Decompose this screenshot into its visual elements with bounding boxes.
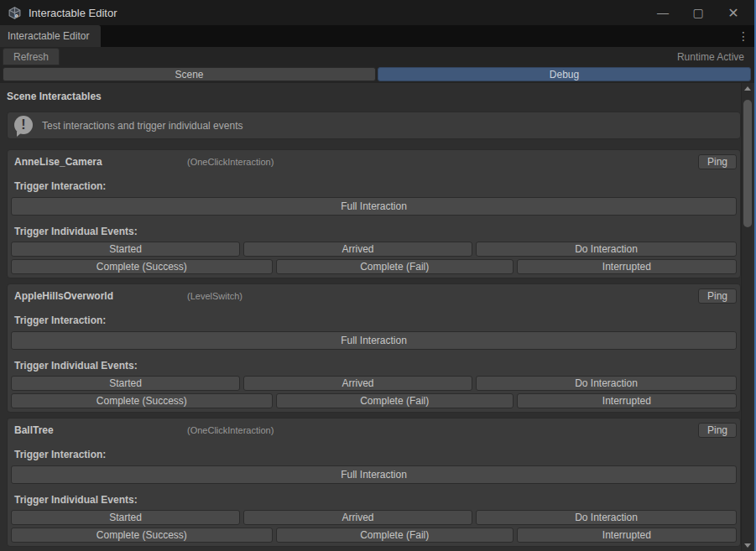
started-button[interactable]: Started — [11, 376, 240, 391]
tab-interactable-editor[interactable]: Interactable Editor — [0, 25, 101, 47]
interactable-section: BallTree (OneClickInteraction) Ping Trig… — [7, 418, 741, 547]
arrived-button[interactable]: Arrived — [243, 242, 472, 257]
trigger-interaction-label: Trigger Interaction: — [14, 180, 737, 192]
toolbar: Refresh Runtime Active — [0, 47, 754, 66]
trigger-interaction-label: Trigger Interaction: — [14, 449, 737, 460]
info-bubble-icon: ! — [14, 116, 34, 136]
unity-logo-icon: ❶ — [8, 6, 22, 20]
interactable-section: AnneLise_Camera (OneClickInteraction) Pi… — [7, 149, 741, 278]
interactable-editor-window: { "window": { "title": "Interactable Edi… — [0, 0, 756, 551]
trigger-individual-events-label: Trigger Individual Events: — [14, 226, 737, 237]
panel-heading: Scene Interactables — [7, 91, 742, 102]
full-interaction-button[interactable]: Full Interaction — [11, 197, 737, 216]
started-button[interactable]: Started — [11, 242, 240, 257]
interactable-type: (OneClickInteraction) — [187, 157, 274, 167]
interrupted-button[interactable]: Interrupted — [517, 259, 737, 274]
full-interaction-button[interactable]: Full Interaction — [11, 331, 737, 350]
interactable-type: (LevelSwitch) — [187, 291, 242, 301]
do-interaction-button[interactable]: Do Interaction — [476, 376, 737, 391]
runtime-active-label: Runtime Active — [677, 51, 744, 63]
trigger-individual-events-label: Trigger Individual Events: — [14, 360, 737, 372]
info-box: ! Test interactions and trigger individu… — [7, 112, 741, 139]
interactable-section: AppleHillsOverworld (LevelSwitch) Ping T… — [7, 283, 741, 413]
complete-fail-button[interactable]: Complete (Fail) — [276, 528, 514, 543]
trigger-individual-events-label: Trigger Individual Events: — [14, 494, 737, 506]
scroll-down-icon[interactable] — [742, 540, 753, 551]
window-title: Interactable Editor — [29, 7, 117, 19]
window-controls: — ▢ ✕ — [645, 0, 754, 25]
refresh-button[interactable]: Refresh — [3, 48, 60, 65]
ping-button[interactable]: Ping — [698, 288, 737, 304]
do-interaction-button[interactable]: Do Interaction — [476, 242, 737, 257]
complete-success-button[interactable]: Complete (Success) — [11, 259, 273, 274]
close-button[interactable]: ✕ — [716, 0, 751, 25]
interrupted-button[interactable]: Interrupted — [517, 393, 737, 408]
tab-menu-icon[interactable]: ⋮ — [733, 25, 754, 47]
interactable-name: AppleHillsOverworld — [14, 290, 187, 302]
arrived-button[interactable]: Arrived — [243, 510, 472, 525]
ping-button[interactable]: Ping — [698, 154, 737, 169]
scrollbar-track[interactable] — [742, 94, 753, 540]
ping-button[interactable]: Ping — [698, 423, 737, 438]
view-toggle: Scene Debug — [0, 66, 754, 83]
vertical-scrollbar[interactable] — [741, 83, 753, 551]
maximize-button[interactable]: ▢ — [680, 0, 716, 25]
scrollbar-thumb[interactable] — [743, 100, 752, 227]
arrived-button[interactable]: Arrived — [243, 376, 472, 391]
complete-success-button[interactable]: Complete (Success) — [11, 393, 273, 408]
full-interaction-button[interactable]: Full Interaction — [11, 465, 737, 484]
interactable-type: (OneClickInteraction) — [187, 425, 274, 435]
complete-fail-button[interactable]: Complete (Fail) — [276, 259, 514, 274]
interactable-name: AnneLise_Camera — [14, 156, 187, 168]
svg-text:❶: ❶ — [14, 13, 18, 18]
interactable-name: BallTree — [14, 424, 187, 436]
tab-strip: Interactable Editor ⋮ — [0, 25, 754, 47]
scene-tab-button[interactable]: Scene — [3, 67, 376, 81]
scroll-up-icon[interactable] — [742, 83, 753, 94]
complete-success-button[interactable]: Complete (Success) — [11, 528, 273, 543]
interactable-list: AnneLise_Camera (OneClickInteraction) Pi… — [7, 149, 742, 547]
do-interaction-button[interactable]: Do Interaction — [476, 510, 737, 525]
title-bar: ❶ Interactable Editor — ▢ ✕ — [0, 0, 754, 25]
started-button[interactable]: Started — [11, 510, 240, 525]
trigger-interaction-label: Trigger Interaction: — [14, 314, 737, 326]
scene-interactables-panel: Scene Interactables ! Test interactions … — [0, 83, 743, 551]
info-message: Test interactions and trigger individual… — [42, 120, 242, 132]
interrupted-button[interactable]: Interrupted — [517, 528, 737, 543]
complete-fail-button[interactable]: Complete (Fail) — [276, 393, 514, 408]
debug-tab-button[interactable]: Debug — [378, 67, 751, 81]
minimize-button[interactable]: — — [645, 0, 680, 25]
